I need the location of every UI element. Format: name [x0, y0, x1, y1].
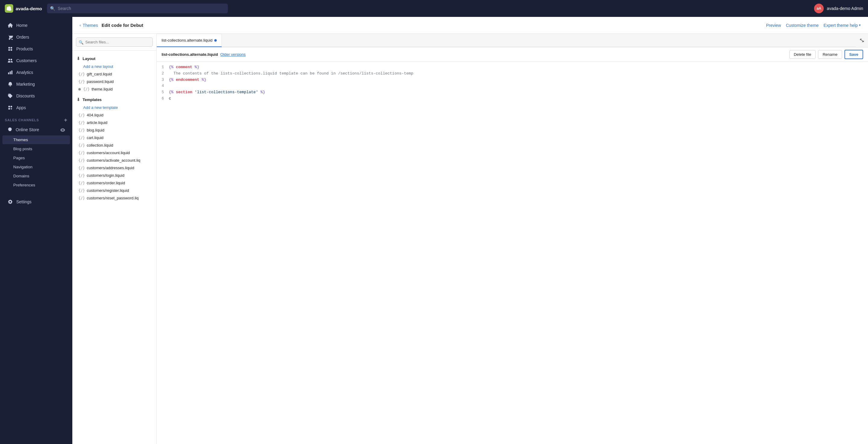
sidebar-item-settings[interactable]: Settings	[2, 196, 70, 208]
file-item-customers-activate[interactable]: {/} customers/activate_account.liq	[72, 156, 156, 164]
file-panel: 🔍 ⬇ Layout Add a new layout {/} gift_car…	[72, 34, 157, 444]
marketing-icon	[7, 81, 13, 87]
discounts-icon	[7, 93, 13, 99]
code-line-2: 2 The contents of the lists-collections.…	[157, 70, 868, 77]
sidebar-sub-label-pages: Pages	[13, 156, 25, 160]
add-layout-link[interactable]: Add a new layout	[72, 63, 156, 70]
delete-file-button[interactable]: Delete file	[789, 50, 816, 59]
sidebar-item-discounts[interactable]: Discounts	[2, 90, 70, 102]
liquid-file-icon: {/}	[79, 136, 85, 140]
file-item-blog[interactable]: {/} blog.liquid	[72, 126, 156, 134]
code-line-3: 3 {% endcomment %}	[157, 77, 868, 83]
editor-layout: 🔍 ⬇ Layout Add a new layout {/} gift_car…	[72, 34, 868, 444]
brand-name: avada-demo	[16, 6, 42, 11]
sidebar-item-customers[interactable]: Customers	[2, 55, 70, 66]
modified-dot-icon	[79, 88, 81, 90]
apps-icon	[7, 105, 13, 111]
liquid-file-icon: {/}	[79, 113, 85, 117]
folder-download-icon: ⬇	[76, 56, 80, 61]
breadcrumb: ‹ Themes Edit code for Debut	[80, 23, 143, 28]
layout-section-label: Layout	[83, 56, 96, 61]
add-sales-channel-button[interactable]: +	[64, 117, 67, 123]
sidebar-sub-label-navigation: Navigation	[13, 165, 33, 169]
sidebar-sub-item-pages[interactable]: Pages	[2, 153, 70, 162]
file-item-customers-login[interactable]: {/} customers/login.liquid	[72, 172, 156, 179]
sidebar-sub-item-blog-posts[interactable]: Blog posts	[2, 145, 70, 153]
sidebar-label-analytics: Analytics	[16, 70, 33, 75]
expert-theme-help-link[interactable]: Expert theme help ▾	[824, 23, 861, 28]
rename-button[interactable]: Rename	[818, 50, 842, 59]
file-item-customers-register[interactable]: {/} customers/register.liquid	[72, 187, 156, 194]
sidebar: Home Orders Products Customers Analytics	[0, 17, 72, 444]
sidebar-item-products[interactable]: Products	[2, 43, 70, 55]
sidebar-label-apps: Apps	[16, 105, 26, 110]
sidebar-item-apps[interactable]: Apps	[2, 102, 70, 113]
online-store-eye-icon	[60, 127, 65, 132]
save-button[interactable]: Save	[844, 50, 863, 59]
liquid-file-icon: {/}	[79, 80, 85, 84]
sub-header: ‹ Themes Edit code for Debut Preview Cus…	[72, 17, 868, 34]
brand[interactable]: avada-demo	[5, 4, 42, 13]
sidebar-item-marketing[interactable]: Marketing	[2, 79, 70, 90]
editor-tabs: list-collections.alternate.liquid	[157, 34, 868, 47]
file-item-article[interactable]: {/} article.liquid	[72, 119, 156, 126]
folder-download-icon-2: ⬇	[76, 97, 80, 102]
older-versions-link[interactable]: Older versions	[220, 52, 246, 57]
sidebar-item-orders[interactable]: Orders	[2, 31, 70, 43]
liquid-file-icon: {/}	[79, 158, 85, 162]
avatar[interactable]: aA	[814, 4, 824, 13]
file-search-icon: 🔍	[79, 40, 84, 45]
sidebar-sub-item-domains[interactable]: Domains	[2, 172, 70, 180]
sidebar-item-analytics[interactable]: Analytics	[2, 67, 70, 78]
sidebar-sub-label-domains: Domains	[13, 174, 29, 178]
sidebar-sub-item-themes[interactable]: Themes	[2, 136, 70, 144]
content-area: ‹ Themes Edit code for Debut Preview Cus…	[72, 17, 868, 444]
sidebar-item-home[interactable]: Home	[2, 20, 70, 31]
file-item-collection[interactable]: {/} collection.liquid	[72, 142, 156, 149]
add-template-link[interactable]: Add a new template	[72, 104, 156, 111]
shopify-logo-icon	[5, 4, 13, 13]
liquid-file-icon: {/}	[79, 151, 85, 155]
sidebar-label-settings: Settings	[16, 199, 32, 204]
file-item-customers-reset[interactable]: {/} customers/reset_password.liq	[72, 194, 156, 202]
sidebar-sub-item-navigation[interactable]: Navigation	[2, 162, 70, 171]
sales-channels-label: SALES CHANNELS +	[0, 114, 72, 124]
sidebar-label-customers: Customers	[16, 58, 37, 63]
code-line-4: 4	[157, 83, 868, 89]
sidebar-sub-item-preferences[interactable]: Preferences	[2, 181, 70, 189]
file-item-customers-addresses[interactable]: {/} customers/addresses.liquid	[72, 164, 156, 172]
expand-editor-button[interactable]	[856, 34, 868, 47]
file-search-input[interactable]	[76, 37, 153, 47]
products-icon	[7, 46, 13, 52]
file-item-cart[interactable]: {/} cart.liquid	[72, 134, 156, 142]
editor-filename: list-collections.alternate.liquid	[161, 52, 218, 57]
breadcrumb-link[interactable]: Themes	[83, 23, 98, 28]
file-item-customers-order[interactable]: {/} customers/order.liquid	[72, 179, 156, 187]
file-item-404[interactable]: {/} 404.liquid	[72, 111, 156, 119]
editor-tab-active[interactable]: list-collections.alternate.liquid	[157, 34, 222, 47]
templates-section-header: ⬇ Templates	[72, 95, 156, 104]
file-item-customers-account[interactable]: {/} customers/account.liquid	[72, 149, 156, 156]
tab-spacer	[222, 34, 856, 47]
sidebar-label-discounts: Discounts	[16, 93, 35, 98]
file-item-theme[interactable]: {/} theme.liquid	[72, 85, 156, 93]
preview-link[interactable]: Preview	[766, 23, 781, 28]
home-icon	[7, 22, 13, 28]
sidebar-item-online-store[interactable]: Online Store	[2, 124, 70, 135]
code-editor: list-collections.alternate.liquid list-c…	[157, 34, 868, 444]
file-item-password[interactable]: {/} password.liquid	[72, 78, 156, 85]
admin-name: avada-demo Admin	[827, 6, 863, 11]
search-input[interactable]	[47, 4, 228, 13]
editor-toolbar-left: list-collections.alternate.liquid Older …	[161, 52, 246, 57]
sub-header-actions: Preview Customize theme Expert theme hel…	[766, 23, 861, 28]
search-area: 🔍	[47, 4, 228, 13]
file-item-gift-card[interactable]: {/} gift_card.liquid	[72, 70, 156, 78]
sidebar-label-products: Products	[16, 47, 33, 51]
file-list: ⬇ Layout Add a new layout {/} gift_card.…	[72, 51, 156, 444]
customize-theme-link[interactable]: Customize theme	[786, 23, 818, 28]
online-store-icon	[7, 127, 13, 132]
code-content[interactable]: 1 {% comment %} 2 The contents of the li…	[157, 62, 868, 444]
liquid-file-icon: {/}	[79, 121, 85, 125]
sidebar-label-orders: Orders	[16, 35, 29, 39]
liquid-file-icon: {/}	[79, 72, 85, 76]
